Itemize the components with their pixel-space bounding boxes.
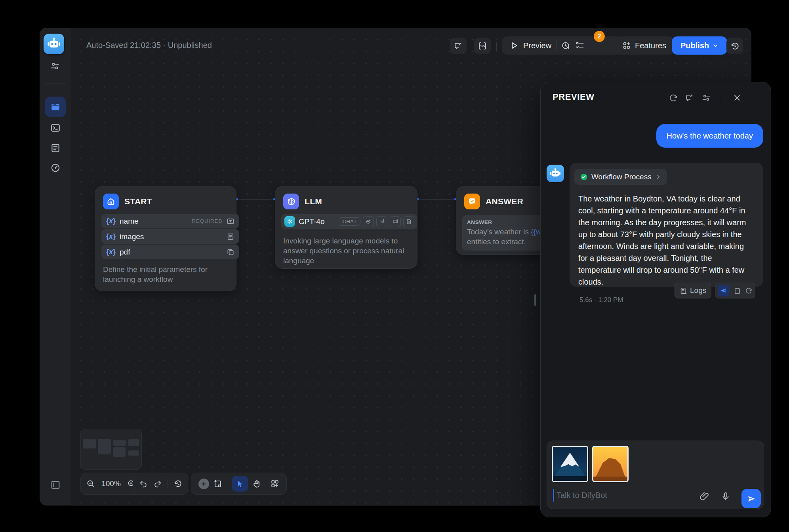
add-node-button[interactable]: [198, 479, 209, 489]
checklist-button[interactable]: [575, 41, 585, 50]
files-copy-icon: [227, 248, 234, 256]
organize-nodes-button[interactable]: [271, 479, 279, 488]
logs-icon: [680, 287, 687, 294]
send-button[interactable]: [741, 489, 761, 508]
toolbar-divider: [168, 479, 168, 488]
sidebar-divider: [45, 84, 66, 84]
play-icon: [510, 41, 518, 50]
variable-prefix: {x}: [106, 248, 116, 256]
start-node-title: START: [124, 197, 152, 206]
topbar-divider: [496, 42, 497, 51]
add-note-button[interactable]: [213, 479, 222, 488]
preview-button[interactable]: Preview: [523, 41, 551, 50]
change-history-button[interactable]: [173, 479, 182, 488]
logs-button[interactable]: Logs: [675, 283, 711, 298]
checklist-icon: [575, 41, 585, 50]
model-name: GPT-4o: [299, 217, 324, 226]
version-history-button[interactable]: [726, 38, 743, 54]
file-list-icon: [227, 233, 234, 241]
attach-file-button[interactable]: [699, 491, 709, 502]
annotation-button[interactable]: [450, 38, 467, 54]
start-node-description: Define the initial parameters for launch…: [103, 264, 230, 284]
answer-variable: {{w: [531, 228, 541, 236]
chat-input-box: [547, 441, 764, 509]
group-divider: [556, 41, 556, 50]
regenerate-button[interactable]: [745, 287, 753, 294]
panel-annotation-button[interactable]: [685, 93, 694, 103]
preview-panel: PREVIEW How's the weather today: [540, 82, 771, 517]
attached-image-mountain-sunset[interactable]: [592, 446, 629, 482]
attached-image-mountain-night[interactable]: [552, 446, 588, 482]
toolbar-divider: [266, 479, 266, 488]
redo-button[interactable]: [153, 479, 162, 488]
audio-capability-icon: [376, 216, 387, 227]
canvas-minimap[interactable]: [80, 429, 142, 470]
start-node-icon: [103, 194, 119, 209]
workflow-process-label: Workflow Process: [591, 173, 652, 181]
variable-prefix: {x}: [106, 217, 116, 225]
bot-avatar: [547, 165, 564, 182]
sidebar-item-monitoring[interactable]: [50, 163, 61, 173]
logs-label: Logs: [690, 286, 706, 295]
annotation-icon: [454, 42, 463, 50]
checklist-count-badge: 2: [594, 31, 605, 42]
gauge-icon: [50, 163, 61, 173]
zoom-toolbar: 100%: [80, 473, 142, 495]
restart-conversation-button[interactable]: [669, 93, 678, 103]
autosave-status: Auto-Saved 21:02:35 · Unpublished: [86, 41, 212, 50]
undo-button[interactable]: [139, 479, 148, 488]
hand-mode-button[interactable]: [252, 479, 261, 488]
bot-answer-text: The weather in Boydton, VA today is clea…: [578, 193, 752, 288]
video-capability-icon: [390, 216, 401, 227]
send-icon: [747, 494, 756, 504]
run-history-button[interactable]: [561, 41, 570, 50]
robot-icon: [549, 167, 562, 180]
text-caret: [553, 489, 554, 502]
zoom-out-button[interactable]: [86, 479, 95, 488]
env-button[interactable]: ENV: [474, 38, 491, 54]
copy-button[interactable]: [734, 287, 741, 294]
regenerate-icon: [745, 287, 753, 294]
openai-icon: [284, 216, 295, 227]
message-meta: 5.6s · 1:20 PM: [579, 296, 623, 304]
features-button[interactable]: Features: [614, 36, 674, 55]
app-avatar[interactable]: [44, 34, 64, 54]
document-capability-icon: [403, 216, 414, 227]
sidebar-item-api[interactable]: [50, 123, 61, 133]
chat-input[interactable]: [556, 487, 688, 504]
history-toolbar: [133, 473, 188, 495]
panel-collapse-icon: [50, 480, 61, 490]
start-var-pdf[interactable]: {x} pdf: [101, 245, 239, 259]
publish-button[interactable]: Publish: [672, 36, 727, 55]
llm-model-selector[interactable]: GPT-4o CHAT: [281, 214, 417, 229]
speaker-icon: [720, 287, 727, 294]
workflow-settings-icon[interactable]: [50, 61, 60, 71]
panel-resize-handle[interactable]: [534, 294, 536, 306]
toolbar-divider: [227, 479, 227, 488]
collapse-sidebar-button[interactable]: [50, 480, 61, 490]
pointer-mode-button[interactable]: [232, 476, 248, 492]
user-message-bubble: How's the weather today: [656, 124, 763, 148]
answer-node-title: ANSWER: [486, 197, 523, 206]
edge-start-llm: [236, 199, 275, 200]
zoom-level[interactable]: 100%: [101, 479, 121, 488]
start-var-name[interactable]: {x} name REQUIRED: [101, 214, 239, 228]
features-label: Features: [635, 41, 666, 50]
node-llm[interactable]: LLM GPT-4o CHAT: [275, 186, 417, 269]
workflow-process-toggle[interactable]: Workflow Process: [574, 169, 667, 185]
run-history-icon: [561, 41, 570, 50]
llm-node-description: Invoking large language models to answer…: [283, 236, 410, 266]
read-aloud-button[interactable]: [718, 285, 730, 296]
start-var-images[interactable]: {x} images: [101, 229, 239, 244]
message-actions: Logs: [675, 283, 755, 298]
variable-name: pdf: [120, 248, 130, 256]
node-start[interactable]: START {x} name REQUIRED {x} images {x} p: [95, 186, 236, 291]
sidebar-item-logs[interactable]: [50, 143, 61, 153]
required-tag: REQUIRED: [192, 218, 223, 224]
voice-input-button[interactable]: [720, 491, 731, 502]
close-panel-button[interactable]: [732, 93, 742, 103]
panel-settings-button[interactable]: [701, 93, 711, 103]
bot-message-bubble: Workflow Process The weather in Boydton,…: [570, 163, 763, 287]
sidebar-item-orchestrate[interactable]: [45, 97, 66, 117]
terminal-icon: [50, 123, 61, 133]
